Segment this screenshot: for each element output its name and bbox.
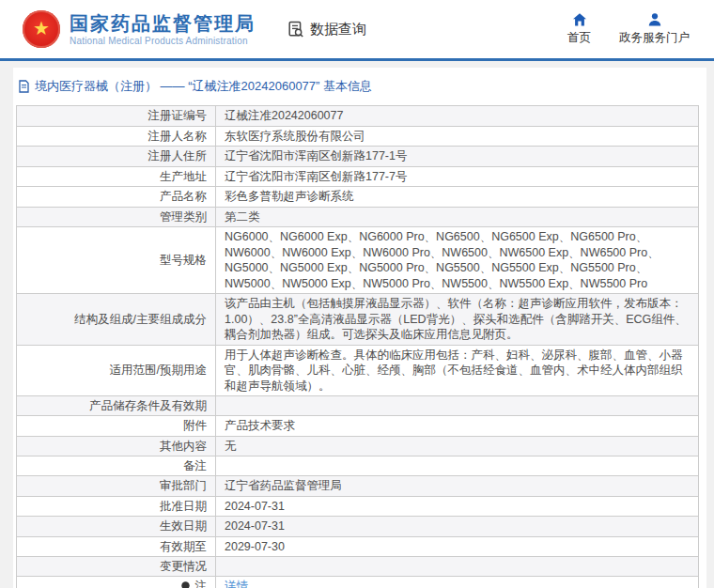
data-query-link[interactable]: 数据查询: [287, 21, 366, 39]
row-value: 2029-07-30: [215, 537, 698, 557]
table-row: 注册人名称东软医疗系统股份有限公司: [17, 127, 698, 147]
row-label: 结构及组成/主要组成成分: [17, 294, 215, 345]
breadcrumb: 境内医疗器械（注册） —— “辽械注准20242060077” 基本信息: [16, 75, 699, 105]
org-titles: 国家药品监督管理局 National Medical Products Admi…: [70, 13, 256, 46]
table-row: 产品名称彩色多普勒超声诊断系统: [17, 187, 698, 208]
row-value: 东软医疗系统股份有限公司: [215, 127, 698, 147]
data-query-label: 数据查询: [310, 21, 366, 39]
row-value: 详情: [215, 577, 698, 588]
note-balloon-icon: [179, 580, 192, 588]
table-row: 备注: [17, 456, 698, 476]
org-name-en: National Medical Products Administration: [70, 36, 256, 46]
table-row: 注册人住所辽宁省沈阳市浑南区创新路177-1号: [17, 147, 698, 167]
china-national-emblem-icon: ★: [23, 10, 60, 48]
row-value: 产品技术要求: [215, 416, 698, 436]
table-row: 注详情: [17, 577, 698, 588]
row-label: 管理类别: [17, 208, 215, 227]
nav-home-label: 首页: [567, 30, 591, 46]
row-label: 其他内容: [17, 437, 215, 456]
table-row: 变更情况: [17, 557, 698, 577]
table-row: 有效期至2029-07-30: [17, 537, 698, 558]
row-value: [215, 557, 698, 576]
nav-gov-portal-label: 政务服务门户: [619, 30, 690, 46]
content-panel: 境内医疗器械（注册） —— “辽械注准20242060077” 基本信息 注册证…: [13, 68, 706, 588]
info-table: 注册证编号辽械注准20242060077注册人名称东软医疗系统股份有限公司注册人…: [16, 105, 699, 588]
nav-home[interactable]: 首页: [567, 12, 591, 46]
row-label: 产品储存条件及有效期: [17, 396, 215, 415]
row-label: 产品名称: [17, 187, 215, 207]
top-header: ★ 国家药品监督管理局 National Medical Products Ad…: [0, 0, 714, 61]
table-row: 生效日期2024-07-31: [17, 517, 698, 537]
document-icon: [18, 80, 30, 93]
row-label: 注: [17, 577, 215, 588]
row-label: 生效日期: [17, 517, 215, 536]
row-label: 生产地址: [17, 167, 215, 187]
row-label: 有效期至: [17, 537, 215, 557]
row-value: 用于人体超声诊断检查。具体的临床应用包括：产科、妇科、泌尿科、腹部、血管、小器官…: [215, 346, 698, 396]
row-value: 无: [215, 437, 698, 456]
row-label: 备注: [17, 456, 215, 475]
home-icon: [572, 12, 587, 27]
site-logo[interactable]: ★ 国家药品监督管理局 National Medical Products Ad…: [23, 10, 256, 48]
org-name-cn: 国家药品监督管理局: [70, 13, 256, 34]
row-value: 辽宁省药品监督管理局: [215, 476, 698, 496]
row-value: 辽械注准20242060077: [215, 106, 698, 126]
table-row: 管理类别第二类: [17, 208, 698, 228]
row-value: [215, 456, 698, 475]
row-value: 该产品由主机（包括触摸屏液晶显示器）、软件（名称：超声诊断应用软件，发布版本：1…: [215, 294, 698, 345]
row-label: 注册人名称: [17, 127, 215, 147]
table-row: 审批部门辽宁省药品监督管理局: [17, 476, 698, 497]
row-value: [215, 396, 698, 415]
table-row: 适用范围/预期用途用于人体超声诊断检查。具体的临床应用包括：产科、妇科、泌尿科、…: [17, 346, 698, 397]
row-label: 变更情况: [17, 557, 215, 576]
row-label: 审批部门: [17, 476, 215, 496]
row-value: 辽宁省沈阳市浑南区创新路177-7号: [215, 167, 698, 187]
table-row: 产品储存条件及有效期: [17, 396, 698, 416]
emblem-star: ★: [33, 19, 50, 38]
row-label: 批准日期: [17, 497, 215, 517]
table-row: 附件产品技术要求: [17, 416, 698, 437]
row-label: 适用范围/预期用途: [17, 346, 215, 396]
table-row: 生产地址辽宁省沈阳市浑南区创新路177-7号: [17, 167, 698, 188]
table-row: 结构及组成/主要组成成分该产品由主机（包括触摸屏液晶显示器）、软件（名称：超声诊…: [17, 294, 698, 346]
table-row: 型号规格NG6000、NG6000 Exp、NG6000 Pro、NG6500、…: [17, 227, 698, 294]
header-nav: 首页 政务服务门户: [567, 12, 714, 46]
table-row: 其他内容无: [17, 437, 698, 457]
breadcrumb-text: 境内医疗器械（注册） —— “辽械注准20242060077” 基本信息: [35, 78, 372, 95]
row-label: 注册人住所: [17, 147, 215, 166]
row-label: 注册证编号: [17, 106, 215, 126]
nav-gov-portal[interactable]: 政务服务门户: [619, 12, 690, 46]
row-label: 型号规格: [17, 227, 215, 293]
row-value: NG6000、NG6000 Exp、NG6000 Pro、NG6500、NG65…: [215, 227, 698, 293]
row-value: 辽宁省沈阳市浑南区创新路177-1号: [215, 147, 698, 166]
table-row: 批准日期2024-07-31: [17, 497, 698, 518]
document-search-icon: [287, 21, 304, 38]
row-value: 2024-07-31: [215, 517, 698, 536]
row-value: 2024-07-31: [215, 497, 698, 517]
details-link[interactable]: 详情: [225, 579, 248, 588]
row-label: 附件: [17, 416, 215, 436]
row-value: 彩色多普勒超声诊断系统: [215, 187, 698, 207]
table-row: 注册证编号辽械注准20242060077: [17, 106, 698, 127]
user-icon: [647, 12, 662, 27]
row-value: 第二类: [215, 208, 698, 227]
